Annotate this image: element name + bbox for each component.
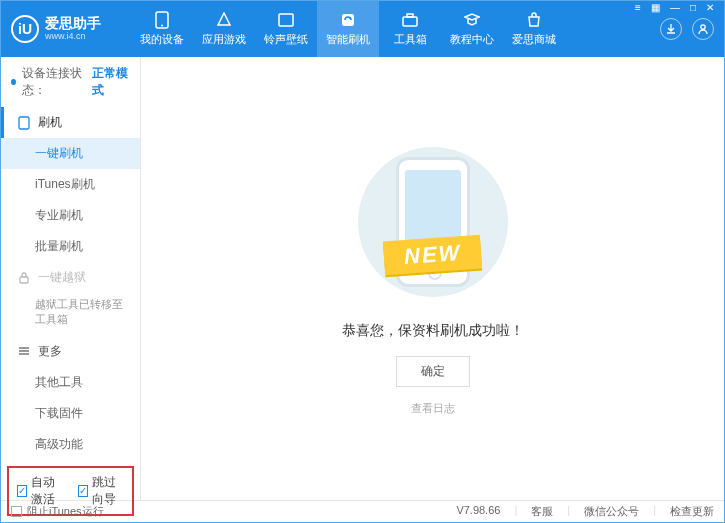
sidebar-item-pro-flash[interactable]: 专业刷机 (1, 200, 140, 231)
new-ribbon: NEW (383, 234, 482, 275)
checkbox-auto-activate[interactable]: ✓ 自动激活 (17, 474, 64, 508)
main-nav: 我的设备 应用游戏 铃声壁纸 智能刷机 工具箱 教程中心 爱思商城 (131, 1, 660, 57)
nav-store[interactable]: 爱思商城 (503, 1, 565, 57)
ok-button[interactable]: 确定 (396, 356, 470, 387)
nav-my-device[interactable]: 我的设备 (131, 1, 193, 57)
check-icon: ✓ (17, 485, 27, 497)
store-icon (525, 11, 543, 29)
checkbox-skip-guide[interactable]: ✓ 跳过向导 (78, 474, 125, 508)
svg-rect-3 (342, 14, 354, 26)
svg-point-6 (701, 25, 705, 29)
customer-service-link[interactable]: 客服 (531, 504, 553, 519)
flash-section-icon (18, 116, 32, 130)
nav-flash[interactable]: 智能刷机 (317, 1, 379, 57)
checkbox-icon (11, 506, 22, 517)
sidebar-item-oneclick-flash[interactable]: 一键刷机 (1, 138, 140, 169)
sidebar-item-itunes-flash[interactable]: iTunes刷机 (1, 169, 140, 200)
minimize-icon[interactable]: — (665, 0, 685, 15)
sidebar-item-advanced[interactable]: 高级功能 (1, 429, 140, 460)
jailbreak-note: 越狱工具已转移至工具箱 (1, 293, 140, 336)
svg-rect-7 (19, 117, 29, 129)
logo: iU 爱思助手 www.i4.cn (11, 15, 131, 43)
sidebar-section-flash[interactable]: 刷机 (1, 107, 140, 138)
header: iU 爱思助手 www.i4.cn 我的设备 应用游戏 铃声壁纸 智能刷机 工具… (1, 1, 724, 57)
nav-apps[interactable]: 应用游戏 (193, 1, 255, 57)
download-icon[interactable] (660, 18, 682, 40)
sidebar-item-other-tools[interactable]: 其他工具 (1, 367, 140, 398)
svg-rect-2 (279, 14, 293, 26)
check-update-link[interactable]: 检查更新 (670, 504, 714, 519)
maximize-icon[interactable]: □ (685, 0, 701, 15)
sidebar-section-more[interactable]: 更多 (1, 336, 140, 367)
version-label: V7.98.66 (456, 504, 500, 519)
toolbox-icon (401, 11, 419, 29)
status-dot-icon (11, 79, 16, 85)
tutorial-icon (463, 11, 481, 29)
check-icon: ✓ (78, 485, 88, 497)
app-url: www.i4.cn (45, 32, 101, 42)
wechat-link[interactable]: 微信公众号 (584, 504, 639, 519)
sidebar: 设备连接状态： 正常模式 刷机 一键刷机 iTunes刷机 专业刷机 批量刷机 … (1, 57, 141, 500)
success-illustration: NEW (333, 142, 533, 302)
nav-ringtones[interactable]: 铃声壁纸 (255, 1, 317, 57)
lock-icon (18, 272, 32, 284)
connection-status: 设备连接状态： 正常模式 (1, 57, 140, 107)
app-name: 爱思助手 (45, 16, 101, 31)
flash-icon (339, 11, 357, 29)
sidebar-section-jailbreak: 一键越狱 (1, 262, 140, 293)
skin-icon[interactable]: ▦ (646, 0, 665, 15)
view-log-link[interactable]: 查看日志 (411, 401, 455, 416)
svg-point-1 (161, 25, 163, 27)
close-icon[interactable]: ✕ (701, 0, 719, 15)
menu-icon[interactable]: ≡ (630, 0, 646, 15)
svg-rect-5 (407, 14, 413, 17)
sidebar-item-batch-flash[interactable]: 批量刷机 (1, 231, 140, 262)
nav-toolbox[interactable]: 工具箱 (379, 1, 441, 57)
main-content: NEW 恭喜您，保资料刷机成功啦！ 确定 查看日志 (141, 57, 724, 500)
sidebar-item-download-firmware[interactable]: 下载固件 (1, 398, 140, 429)
checkbox-block-itunes[interactable]: 阻止iTunes运行 (11, 504, 104, 519)
svg-rect-4 (403, 17, 417, 26)
logo-icon: iU (11, 15, 39, 43)
phone-icon (153, 11, 171, 29)
wallpaper-icon (277, 11, 295, 29)
more-icon (18, 345, 32, 357)
apps-icon (215, 11, 233, 29)
success-message: 恭喜您，保资料刷机成功啦！ (342, 322, 524, 340)
svg-rect-8 (20, 277, 28, 283)
user-icon[interactable] (692, 18, 714, 40)
nav-tutorials[interactable]: 教程中心 (441, 1, 503, 57)
